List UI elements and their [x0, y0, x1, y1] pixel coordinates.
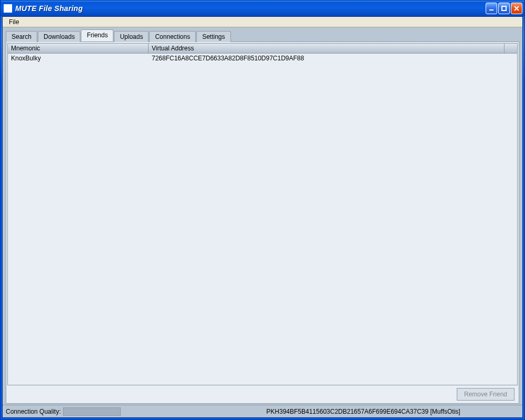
status-left: Connection Quality: — [6, 407, 205, 416]
menu-file[interactable]: File — [5, 17, 23, 27]
minimize-button[interactable] — [486, 3, 497, 14]
window-controls — [486, 3, 522, 14]
svg-rect-0 — [489, 9, 494, 10]
close-button[interactable] — [511, 3, 522, 14]
window-inner: File Search Downloads Friends Uploads Co… — [2, 16, 523, 418]
statusbar: Connection Quality: PKH394BF5B4115603C2D… — [3, 405, 522, 417]
tab-search[interactable]: Search — [6, 31, 37, 42]
titlebar[interactable]: MUTE File Sharing — [1, 1, 524, 16]
table-row[interactable]: KnoxBulky 7268FC16A8CCE7D6633A82D8F8510D… — [8, 54, 517, 63]
list-headers: Mnemonic Virtual Address — [8, 44, 517, 54]
tab-settings[interactable]: Settings — [196, 31, 230, 42]
column-virtual-address[interactable]: Virtual Address — [149, 44, 505, 53]
svg-rect-1 — [502, 6, 506, 10]
tabs-row: Search Downloads Friends Uploads Connect… — [6, 30, 519, 41]
client-area: Search Downloads Friends Uploads Connect… — [3, 27, 522, 405]
friends-list[interactable]: Mnemonic Virtual Address KnoxBulky 7268F… — [7, 43, 518, 385]
column-mnemonic[interactable]: Mnemonic — [8, 44, 149, 53]
maximize-button[interactable] — [498, 3, 510, 14]
cell-mnemonic: KnoxBulky — [8, 55, 149, 62]
tab-downloads[interactable]: Downloads — [38, 31, 80, 42]
window-title: MUTE File Sharing — [15, 4, 486, 13]
app-window: MUTE File Sharing File Search Downloads … — [0, 0, 525, 420]
tab-connections[interactable]: Connections — [149, 31, 196, 42]
connection-quality-label: Connection Quality: — [6, 408, 63, 415]
status-identity: PKH394BF5B4115603C2DB21657A6F699E694CA37… — [207, 408, 519, 415]
tab-uploads[interactable]: Uploads — [114, 31, 149, 42]
cell-address: 7268FC16A8CCE7D6633A82D8F8510D97C1D9AF88 — [149, 55, 517, 62]
panel-buttons: Remove Friend — [7, 385, 518, 402]
menubar: File — [3, 17, 522, 27]
tab-friends[interactable]: Friends — [81, 29, 113, 41]
connection-quality-bar — [63, 407, 121, 416]
app-icon — [4, 4, 12, 13]
list-body[interactable]: KnoxBulky 7268FC16A8CCE7D6633A82D8F8510D… — [8, 54, 517, 385]
remove-friend-button[interactable]: Remove Friend — [457, 388, 514, 401]
column-spacer — [505, 44, 517, 53]
friends-panel: Mnemonic Virtual Address KnoxBulky 7268F… — [6, 41, 519, 404]
